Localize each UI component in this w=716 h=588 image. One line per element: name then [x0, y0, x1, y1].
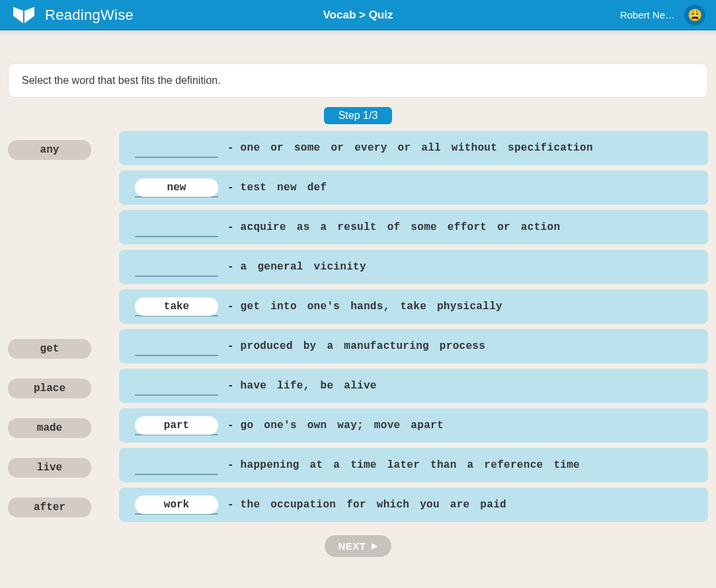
definition-row: take-get into one's hands, take physical…	[119, 289, 708, 324]
app-header: ReadingWise Vocab > Quiz Robert Ne… 😩	[0, 0, 716, 30]
drop-slot[interactable]: take	[135, 297, 218, 316]
dash-separator: -	[227, 340, 234, 352]
definition-text: produced by a manufacturing process	[241, 340, 486, 352]
drop-slot[interactable]: new	[135, 178, 218, 198]
dash-separator: -	[227, 301, 234, 312]
definition-row: -have life, be alive	[119, 369, 708, 403]
next-button-wrap: NEXT	[8, 535, 708, 557]
word-chip[interactable]: get	[8, 339, 91, 359]
dash-separator: -	[227, 499, 234, 511]
definition-text: get into one's hands, take physically	[241, 301, 502, 312]
dash-separator: -	[227, 459, 234, 471]
placed-word-chip[interactable]: part	[135, 416, 218, 435]
next-button[interactable]: NEXT	[325, 535, 391, 557]
avatar[interactable]: 😩	[684, 5, 705, 26]
definition-text: the occupation for which you are paid	[241, 499, 506, 511]
definition-text: a general vicinity	[241, 261, 366, 273]
source-words-column: anygetplacemadeliveafter	[8, 131, 99, 523]
drop-slot[interactable]	[135, 455, 218, 475]
dash-separator: -	[227, 221, 234, 233]
drop-slot[interactable]: work	[135, 495, 218, 515]
drop-slot[interactable]: part	[135, 416, 218, 435]
play-icon	[370, 542, 378, 550]
drop-slot[interactable]	[135, 376, 218, 396]
instruction-card: Select the word that best fits the defin…	[8, 63, 708, 98]
definition-row: -a general vicinity	[119, 250, 708, 284]
header-right: Robert Ne… 😩	[620, 5, 705, 26]
word-chip[interactable]: live	[8, 458, 91, 478]
definition-text: have life, be alive	[241, 380, 377, 392]
main-content: Select the word that best fits the defin…	[0, 63, 716, 570]
dash-separator: -	[227, 142, 234, 154]
definition-text: go one's own way; move apart	[241, 420, 444, 431]
quiz-area: anygetplacemadeliveafter -one or some or…	[8, 131, 708, 523]
dash-separator: -	[227, 182, 234, 194]
word-chip[interactable]: made	[8, 418, 91, 438]
logo-wrap[interactable]: ReadingWise	[11, 5, 134, 25]
instruction-text: Select the word that best fits the defin…	[22, 75, 221, 86]
definition-text: acquire as a result of some effort or ac…	[241, 221, 561, 233]
placed-word-chip[interactable]: new	[135, 178, 218, 197]
step-chip-wrap: Step 1/3	[8, 107, 708, 124]
definition-row: -acquire as a result of some effort or a…	[119, 210, 708, 244]
drop-slot[interactable]	[135, 217, 218, 237]
definition-text: test new def	[241, 182, 327, 194]
word-chip[interactable]: any	[8, 140, 91, 160]
dash-separator: -	[227, 380, 234, 392]
drop-slot[interactable]	[135, 336, 218, 356]
app-name: ReadingWise	[45, 7, 134, 24]
definitions-column: -one or some or every or all without spe…	[119, 131, 708, 522]
step-chip: Step 1/3	[324, 107, 393, 124]
word-chip[interactable]: place	[8, 379, 91, 398]
drop-slot[interactable]	[135, 138, 218, 158]
dash-separator: -	[227, 420, 234, 431]
placed-word-chip[interactable]: take	[135, 297, 218, 316]
word-chip[interactable]: after	[8, 497, 91, 517]
definition-row: work-the occupation for which you are pa…	[119, 488, 708, 522]
definition-text: one or some or every or all without spec…	[241, 142, 593, 154]
drop-slot[interactable]	[135, 257, 218, 277]
definition-row: new-test new def	[119, 170, 708, 205]
next-button-label: NEXT	[338, 540, 366, 552]
placed-word-chip[interactable]: work	[135, 496, 218, 514]
definition-row: -one or some or every or all without spe…	[119, 131, 708, 165]
header-shadow	[0, 30, 716, 36]
definition-row: -happening at a time later than a refere…	[119, 448, 708, 482]
definition-text: happening at a time later than a referen…	[241, 459, 580, 471]
user-name[interactable]: Robert Ne…	[620, 9, 675, 20]
breadcrumb: Vocab > Quiz	[323, 9, 393, 22]
definition-row: -produced by a manufacturing process	[119, 329, 708, 363]
definition-row: part-go one's own way; move apart	[119, 408, 708, 443]
dash-separator: -	[227, 261, 234, 273]
book-logo-icon	[11, 5, 37, 25]
